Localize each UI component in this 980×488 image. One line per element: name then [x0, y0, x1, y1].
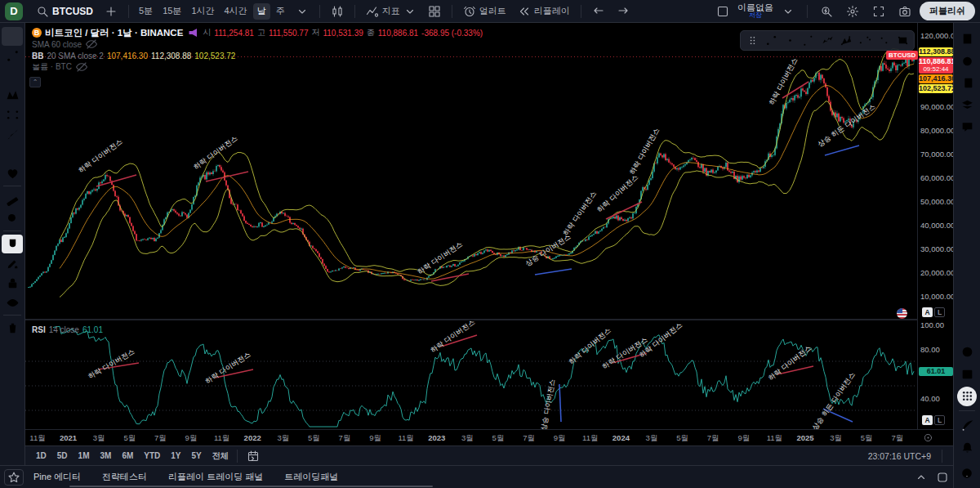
horizontal-line-tool[interactable]	[781, 32, 799, 49]
eye-off-icon[interactable]	[75, 60, 88, 74]
alert-button[interactable]: 얼러트	[458, 2, 511, 20]
sma-indicator-label[interactable]: SMA 60 close	[32, 40, 82, 49]
time-axis-settings-icon[interactable]	[923, 432, 933, 443]
rsi-log-scale-button[interactable]: L	[934, 415, 945, 425]
timeframe-menu-button[interactable]	[291, 2, 314, 20]
replay-button[interactable]: 리플레이	[513, 2, 575, 20]
xabcd-pattern-tool[interactable]	[2, 86, 23, 105]
snapshot-button[interactable]	[893, 2, 916, 20]
goto-date-button[interactable]	[242, 447, 265, 465]
bottom-tab-1[interactable]: 전략테스터	[102, 471, 147, 483]
main-auto-scale-button[interactable]: A	[922, 307, 933, 317]
range-5D[interactable]: 5D	[53, 450, 72, 462]
compare-button[interactable]	[100, 2, 122, 20]
range-5Y[interactable]: 5Y	[188, 450, 206, 462]
pitchfork-tool[interactable]	[800, 32, 817, 49]
parallel-channel-tool[interactable]	[856, 32, 874, 49]
horizontal-scrollbar[interactable]	[69, 486, 433, 487]
chevron-up-icon[interactable]	[915, 471, 928, 484]
publish-button[interactable]: 퍼블리쉬	[920, 2, 975, 20]
indicators-button[interactable]: 지표	[361, 2, 421, 20]
rectangle-tool[interactable]	[893, 32, 911, 49]
range-1M[interactable]: 1M	[74, 450, 94, 462]
object-tree-button[interactable]	[957, 96, 977, 115]
indicator-templates-button[interactable]	[423, 2, 446, 20]
lock-all-tool[interactable]	[2, 274, 23, 293]
bb-indicator-name[interactable]: BB	[32, 51, 43, 60]
undo-button[interactable]	[587, 2, 610, 20]
draw-lock-tool[interactable]	[2, 254, 23, 273]
legend-collapse-button[interactable]: ⌃	[29, 77, 41, 87]
symbol-search-button[interactable]: BTCUSD	[31, 2, 98, 20]
watchlist-button[interactable]	[957, 29, 977, 49]
calendar-button[interactable]	[957, 365, 977, 384]
range-1Y[interactable]: 1Y	[167, 450, 185, 462]
eye-off-icon[interactable]	[85, 38, 98, 51]
bottom-tab-0[interactable]: Pine 에디터	[33, 471, 81, 483]
hide-all-tool[interactable]	[2, 293, 23, 312]
flat-channel-tool[interactable]	[875, 32, 893, 49]
range-6M[interactable]: 6M	[118, 450, 137, 462]
redo-button[interactable]	[612, 2, 635, 20]
favorites-star-button[interactable]	[4, 469, 24, 486]
range-3M[interactable]: 3M	[96, 450, 116, 462]
clock[interactable]: 23:07:16 UTC+9	[868, 451, 931, 461]
ideas-megaphone-icon[interactable]	[186, 26, 199, 39]
fullscreen-button[interactable]	[867, 2, 890, 20]
abcd-pattern-tool[interactable]	[837, 32, 855, 49]
rsi-indicator-name[interactable]: RSI	[32, 325, 46, 334]
bottom-tab-3[interactable]: 트레이딩패널	[284, 471, 338, 483]
trash-tool[interactable]	[2, 319, 23, 338]
maximize-panel-icon[interactable]	[936, 471, 949, 484]
gauge-button[interactable]	[957, 342, 977, 362]
price-chart-canvas[interactable]	[25, 23, 917, 429]
trend-line-tool[interactable]	[2, 47, 23, 65]
timeframe-15분[interactable]: 15분	[158, 3, 185, 20]
brush-tool[interactable]	[2, 125, 23, 144]
range-1D[interactable]: 1D	[32, 450, 51, 462]
text-tool-tool[interactable]	[2, 145, 23, 163]
high-label: 고	[257, 27, 265, 38]
volume-indicator-label[interactable]: 볼륨 · BTC	[32, 61, 72, 73]
quick-search-button[interactable]	[815, 2, 838, 20]
rsi-auto-scale-button[interactable]: A	[922, 415, 933, 425]
bottom-tab-2[interactable]: 리플레이 트레이딩 패널	[168, 471, 263, 483]
crosshair-tool[interactable]	[2, 27, 23, 46]
indicators-icon	[366, 5, 379, 18]
apps-grid-button[interactable]	[957, 387, 977, 406]
timeframe-5분[interactable]: 5분	[135, 3, 157, 20]
chart-region[interactable]: B 비트코인 / 달러 · 1날 · BINANCE 시111,254.81 고…	[25, 23, 953, 429]
timeframe-주[interactable]: 주	[272, 3, 289, 20]
chart-style-button[interactable]	[326, 2, 349, 20]
trend-line-tool[interactable]	[762, 32, 780, 49]
fib-retracement-tool[interactable]	[2, 66, 23, 85]
settings-button[interactable]	[841, 2, 864, 20]
timeframe-날[interactable]: 날	[253, 3, 270, 20]
layout-select-button[interactable]	[711, 2, 734, 20]
main-log-scale-button[interactable]: L	[934, 307, 945, 317]
range-전체[interactable]: 전체	[208, 449, 233, 463]
layout-name-button[interactable]: 이름없음 저장	[737, 3, 773, 20]
time-axis[interactable]: 11월20213월5월7월9월11월20223월5월7월9월11월20233월5…	[25, 429, 953, 445]
user-avatar[interactable]: D	[5, 2, 23, 20]
emoji-tool[interactable]	[2, 164, 23, 183]
range-YTD[interactable]: YTD	[140, 450, 164, 462]
zoom-in-tool[interactable]	[2, 209, 23, 228]
symbol-title[interactable]: 비트코인 / 달러 · 1날 · BINANCE	[45, 27, 183, 39]
session-flag-icon[interactable]	[897, 308, 907, 319]
price-axis[interactable]: 120,000.0090,000.0080,000.0070,000.0060,…	[917, 23, 953, 429]
drag-handle-tool[interactable]	[743, 32, 761, 49]
ruler-tool[interactable]	[2, 190, 23, 208]
layout-menu-button[interactable]	[777, 2, 800, 20]
forecast-tool[interactable]	[2, 105, 23, 124]
help-button[interactable]	[957, 463, 977, 483]
bell-button[interactable]	[957, 438, 977, 458]
broadcast-button[interactable]	[957, 416, 977, 436]
magnet-tool[interactable]	[2, 235, 23, 253]
chat-button[interactable]	[957, 118, 977, 137]
timeframe-4시간[interactable]: 4시간	[220, 3, 252, 20]
elliott-wave-tool[interactable]	[818, 32, 836, 49]
alerts-button[interactable]	[957, 51, 977, 71]
timeframe-1시간[interactable]: 1시간	[187, 3, 218, 20]
notes-button[interactable]	[957, 74, 977, 93]
